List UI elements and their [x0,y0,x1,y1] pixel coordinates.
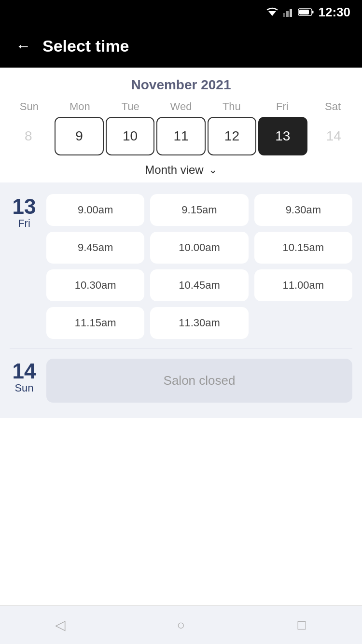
slots-grid-13: 9.00am 9.15am 9.30am 9.45am 10.00am 10.1… [46,194,352,339]
svg-rect-3 [290,9,292,17]
back-button[interactable]: ← [15,38,31,54]
month-view-label: Month view [145,163,203,177]
slot-1015am[interactable]: 10.15am [254,232,352,264]
slot-930am[interactable]: 9.30am [254,194,352,226]
slot-945am[interactable]: 9.45am [46,232,144,264]
page-title: Select time [42,37,129,56]
bottom-spacer [0,418,362,457]
slot-1130am[interactable]: 11.30am [150,307,248,339]
weekday-fri: Fri [257,100,307,113]
timeslots-section: 13 Fri 9.00am 9.15am 9.30am 9.45am 10.00… [0,182,362,418]
calendar-weekdays: Sun Mon Tue Wed Thu Fri Sat [0,100,362,113]
nav-recent-button[interactable]: □ [287,611,316,640]
closed-slots-14: Salon closed [46,359,352,403]
day-number-14: 14 [13,361,36,382]
weekday-tue: Tue [105,100,156,113]
chevron-down-icon: ⌄ [209,164,217,176]
calendar-days-row: 8 9 10 11 12 13 14 [0,117,362,155]
slot-1030am[interactable]: 10.30am [46,269,144,301]
day-cell-13[interactable]: 13 [258,117,307,155]
day-block-13: 13 Fri 9.00am 9.15am 9.30am 9.45am 10.00… [10,194,352,339]
svg-rect-6 [312,11,313,14]
app-header: ← Select time [0,24,362,68]
day-name-13: Fri [18,217,30,230]
calendar-month-year: November 2021 [0,77,362,93]
slot-1045am[interactable]: 10.45am [150,269,248,301]
status-time: 12:30 [319,5,351,20]
day-cell-9[interactable]: 9 [55,117,103,155]
weekday-wed: Wed [156,100,207,113]
wifi-icon [265,7,279,17]
day-cell-10[interactable]: 10 [106,117,154,155]
bottom-nav: ◁ ○ □ [0,605,362,644]
calendar-section: November 2021 Sun Mon Tue Wed Thu Fri Sa… [0,68,362,182]
day-cell-14[interactable]: 14 [309,117,358,155]
nav-back-icon: ◁ [55,617,66,633]
day-cell-12[interactable]: 12 [208,117,256,155]
nav-back-button[interactable]: ◁ [46,611,75,640]
slot-915am[interactable]: 9.15am [150,194,248,226]
slot-1115am[interactable]: 11.15am [46,307,144,339]
day-name-14: Sun [14,382,33,394]
day-cell-11[interactable]: 11 [156,117,205,155]
slot-1100am[interactable]: 11.00am [254,269,352,301]
weekday-mon: Mon [55,100,105,113]
battery-icon [298,8,314,16]
day-cell-8[interactable]: 8 [4,117,53,155]
svg-rect-7 [299,10,309,14]
status-icons [265,7,314,17]
day-info-13: 13 Fri [10,194,39,339]
month-view-toggle[interactable]: Month view ⌄ [0,155,362,182]
day-divider [10,349,352,349]
signal-icon [283,7,294,17]
slot-900am[interactable]: 9.00am [46,194,144,226]
nav-home-button[interactable]: ○ [167,611,195,640]
svg-marker-0 [268,11,276,16]
weekday-sat: Sat [307,100,358,113]
day-info-14: 14 Sun [10,359,39,394]
nav-recent-icon: □ [298,617,306,633]
day-number-13: 13 [13,196,36,217]
weekday-thu: Thu [206,100,257,113]
nav-home-icon: ○ [177,617,185,633]
salon-closed-label: Salon closed [46,359,352,403]
status-bar: 12:30 [0,0,362,24]
weekday-sun: Sun [4,100,55,113]
svg-rect-2 [286,11,289,17]
svg-rect-1 [283,13,285,17]
slot-1000am[interactable]: 10.00am [150,232,248,264]
day-block-14: 14 Sun Salon closed [10,359,352,403]
